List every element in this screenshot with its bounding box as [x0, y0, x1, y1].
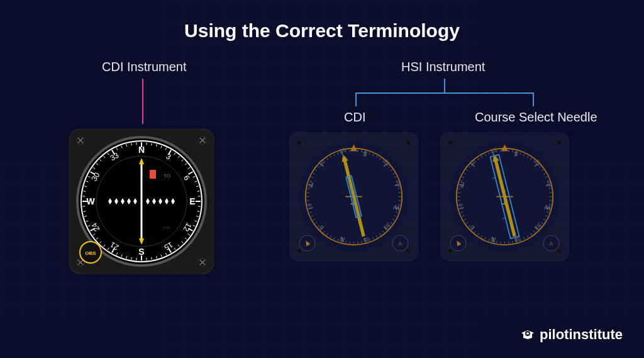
svg-text:N: N [138, 145, 145, 155]
svg-text:OBS: OBS [85, 250, 96, 256]
svg-point-220 [557, 140, 562, 145]
page-title: Using the Correct Terminology [0, 20, 644, 42]
svg-line-53 [131, 257, 132, 260]
cdi-instrument: N E S W 3 6 12 15 21 24 30 33 TO FR OBS [69, 129, 214, 274]
hsi-cdi-instrument: N E S W 3 6 12 15 21 24 30 33 [289, 132, 418, 261]
hsi-bracket-stem [444, 79, 445, 92]
svg-text:TO: TO [164, 173, 170, 179]
brand-logo: pilotinstitute [519, 327, 623, 343]
svg-line-35 [197, 211, 200, 212]
svg-text:E: E [189, 196, 195, 206]
svg-point-120 [406, 249, 411, 254]
course-select-label: Course Select Needle [475, 110, 597, 125]
hsi-bracket-right [533, 92, 534, 106]
brand-badge-icon [519, 327, 536, 343]
svg-point-221 [448, 249, 453, 254]
cdi-pointer-line [142, 79, 143, 124]
brand-text: pilotinstitute [540, 327, 623, 343]
cdi-instrument-label: CDI Instrument [102, 60, 186, 74]
svg-rect-112 [150, 170, 156, 179]
hsi-bracket-left [355, 92, 357, 106]
hsi-bracket-horizontal [355, 92, 534, 94]
svg-line-71 [83, 191, 86, 192]
svg-point-119 [297, 249, 303, 254]
svg-point-117 [297, 140, 303, 145]
svg-line-49 [152, 257, 152, 260]
svg-line-67 [83, 211, 86, 212]
svg-point-118 [406, 140, 411, 145]
svg-line-31 [197, 191, 200, 192]
svg-point-222 [557, 249, 562, 254]
hsi-course-select-instrument: N E S W 3 6 12 15 21 24 30 33 [440, 132, 569, 261]
hsi-instrument-label: HSI Instrument [401, 60, 485, 74]
cdi-sublabel: CDI [344, 110, 365, 125]
svg-text:W: W [86, 196, 95, 206]
svg-line-17 [152, 143, 152, 145]
svg-line-85 [131, 143, 132, 145]
svg-point-219 [448, 140, 453, 145]
svg-text:FR: FR [164, 225, 170, 231]
svg-text:S: S [138, 247, 144, 257]
